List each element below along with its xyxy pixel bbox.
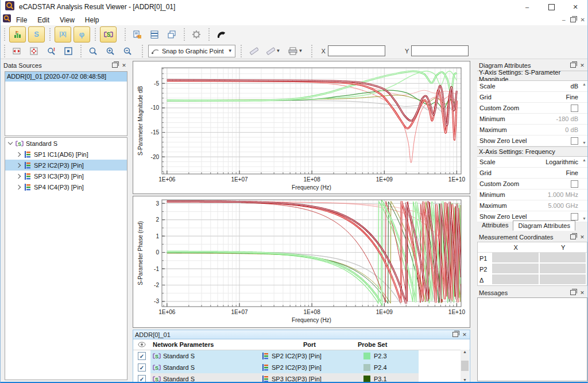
toolbar-grip[interactable] — [79, 45, 82, 57]
scroll-up-icon[interactable]: ▲ — [463, 350, 467, 354]
s-parameter-button[interactable]: S — [28, 26, 45, 42]
attribute-row[interactable]: ScaleLogarithmic▲ — [477, 157, 587, 168]
mc-cell[interactable] — [492, 274, 540, 285]
tree-expander-icon[interactable] — [16, 173, 21, 178]
toolbar-grip[interactable] — [94, 28, 96, 41]
table-row[interactable]: ✓SStandard SSP2 IC2(P3) [Pin]P2.4 — [133, 362, 470, 373]
mc-cell[interactable] — [492, 253, 540, 264]
toolbar-grip[interactable] — [3, 45, 6, 57]
phone-probe-button[interactable] — [214, 28, 229, 41]
table-row[interactable]: ✓SStandard SSP2 IC2(P3) [Pin]P2.3 — [133, 350, 470, 362]
minimize-button[interactable]: – — [515, 0, 539, 14]
toolbar-grip[interactable] — [123, 28, 126, 41]
close-panel-icon[interactable]: ✕ — [120, 61, 128, 69]
mc-cell[interactable] — [540, 253, 587, 264]
data-source-item[interactable]: ADDR[0]_01 [2020-07-02 08:48:58] — [5, 72, 127, 82]
tree-expander-icon[interactable] — [16, 152, 21, 156]
tree-root-standard-s[interactable]: SStandard S — [5, 138, 127, 149]
attribute-checkbox[interactable] — [571, 180, 578, 188]
mdi-minimize-button[interactable]: – — [562, 17, 566, 23]
maximize-button[interactable] — [539, 0, 563, 14]
close-panel-icon[interactable]: ✕ — [578, 289, 586, 296]
attribute-value[interactable]: 5.000 GHz — [548, 202, 587, 209]
settings-gear-button[interactable] — [189, 28, 204, 41]
scroll-thumb[interactable] — [461, 361, 469, 371]
column-network-parameters[interactable]: Network Parameters — [150, 339, 259, 350]
fit-all-icon[interactable] — [26, 44, 41, 58]
tile-horizontal-button[interactable] — [147, 28, 162, 41]
zoom-window-icon[interactable] — [86, 44, 100, 58]
cascade-windows-button[interactable] — [164, 28, 179, 41]
magnitude-chart[interactable]: 1E+061E+071E+081E+091E+10-5-10-15-20Freq… — [133, 61, 470, 194]
float-panel-icon[interactable] — [569, 289, 577, 296]
menu-file[interactable]: File — [11, 15, 32, 25]
row-checkbox[interactable]: ✓ — [138, 352, 146, 360]
tab-diagram-attributes[interactable]: Diagram Attributes — [513, 220, 575, 231]
x-coordinate-input[interactable] — [328, 45, 385, 56]
tree-item[interactable]: SP1 IC1(AD6) [Pin] — [5, 149, 127, 160]
tree-expander-icon[interactable] — [8, 140, 13, 145]
toolbar-grip[interactable] — [141, 45, 144, 57]
attribute-row[interactable]: Minimum1.000 MHz — [477, 189, 587, 200]
attribute-row[interactable]: Maximum0 dB — [477, 125, 587, 136]
column-port[interactable]: Port — [259, 339, 358, 350]
zoom-in-icon[interactable] — [103, 44, 118, 58]
tree-expander-icon[interactable] — [16, 163, 21, 167]
measure-mode-dropdown[interactable]: ▼ — [264, 44, 283, 58]
toolbar-grip[interactable] — [240, 45, 243, 57]
tree-expander-icon[interactable] — [16, 184, 21, 189]
magnitude-button[interactable]: |X| — [55, 26, 71, 42]
mdi-close-button[interactable]: ✕ — [581, 17, 585, 23]
float-panel-icon[interactable] — [569, 233, 577, 241]
mdi-restore-button[interactable] — [570, 17, 576, 22]
mc-cell[interactable] — [492, 264, 540, 274]
table-row[interactable]: ✓SStandard SSP3 IC3(P3) [Pin]P3.1 — [133, 373, 470, 383]
attribute-value[interactable]: 0 dB — [565, 126, 587, 133]
close-panel-icon[interactable]: ✕ — [578, 233, 586, 241]
network-parameter-button[interactable]: S — [100, 26, 117, 42]
close-panel-icon[interactable]: ✕ — [578, 61, 586, 69]
attribute-value[interactable]: Fine — [566, 169, 587, 176]
snap-mode-select[interactable]: Snap to Graphic Point ▼ — [148, 45, 235, 57]
toolbar-grip[interactable] — [3, 28, 6, 41]
tab-attributes[interactable]: Attributes — [477, 220, 513, 231]
attribute-row[interactable]: Minimum-180 dB — [477, 114, 587, 125]
tree-item[interactable]: SP3 IC3(P3) [Pin] — [5, 171, 127, 181]
attribute-row[interactable]: Show Zero Level▼ — [477, 136, 587, 146]
attribute-value[interactable]: -180 dB — [556, 115, 587, 122]
menu-help[interactable]: Help — [80, 15, 105, 25]
attribute-row[interactable]: Maximum5.000 GHz — [477, 200, 587, 211]
menu-edit[interactable]: Edit — [32, 15, 55, 25]
print-dropdown[interactable]: ▼ — [285, 44, 306, 58]
float-panel-icon[interactable] — [111, 61, 119, 69]
row-checkbox[interactable]: ✓ — [138, 363, 146, 372]
scroll-down-icon[interactable]: ▼ — [463, 378, 467, 382]
toolbar-grip[interactable] — [48, 28, 51, 41]
menu-view[interactable]: View — [55, 15, 80, 25]
attribute-row[interactable]: GridFine — [477, 92, 587, 103]
toolbar-grip[interactable] — [311, 45, 314, 57]
toolbar-grip[interactable] — [207, 28, 210, 41]
result-chart-button[interactable] — [9, 26, 26, 42]
attribute-row[interactable]: Custom Zoom — [477, 103, 587, 114]
attribute-row[interactable]: GridFine — [477, 168, 587, 179]
phase-chart[interactable]: 1E+061E+071E+081E+091E+103210-1-2-3Frequ… — [133, 196, 470, 328]
measure-icon[interactable] — [246, 44, 261, 58]
attribute-row[interactable]: ScaledB▲ — [477, 81, 587, 92]
fit-page-icon[interactable] — [61, 44, 76, 58]
close-panel-icon[interactable]: ✕ — [461, 331, 469, 338]
float-panel-icon[interactable] — [569, 61, 577, 69]
float-panel-icon[interactable] — [451, 331, 459, 338]
tree-item[interactable]: SP4 IC4(P3) [Pin] — [5, 181, 127, 192]
mc-cell[interactable] — [540, 264, 587, 274]
attribute-value[interactable]: 1.000 MHz — [548, 191, 587, 198]
attribute-row[interactable]: Custom Zoom — [477, 179, 587, 189]
scroll-up-icon[interactable]: ▲ — [582, 82, 586, 86]
attribute-checkbox[interactable] — [571, 137, 578, 145]
export-window-button[interactable] — [130, 28, 145, 41]
tree-item[interactable]: SP2 IC2(P3) [Pin] — [5, 160, 127, 171]
y-coordinate-input[interactable] — [411, 45, 469, 56]
column-probe-set[interactable]: Probe Set — [358, 339, 413, 350]
mc-cell[interactable] — [540, 274, 587, 285]
attribute-checkbox[interactable] — [571, 105, 578, 112]
